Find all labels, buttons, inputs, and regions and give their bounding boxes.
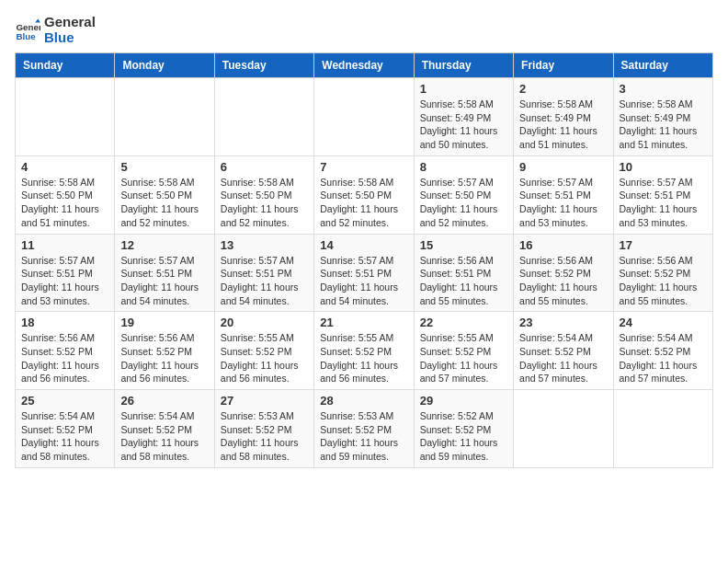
day-info: Sunrise: 5:54 AMSunset: 5:52 PMDaylight:… bbox=[519, 331, 607, 385]
calendar-cell: 27Sunrise: 5:53 AMSunset: 5:52 PMDayligh… bbox=[214, 390, 313, 468]
calendar-week-4: 18Sunrise: 5:56 AMSunset: 5:52 PMDayligh… bbox=[16, 312, 713, 390]
day-info: Sunrise: 5:57 AMSunset: 5:51 PMDaylight:… bbox=[221, 254, 308, 308]
calendar-week-5: 25Sunrise: 5:54 AMSunset: 5:52 PMDayligh… bbox=[16, 390, 713, 468]
day-number: 27 bbox=[221, 394, 308, 408]
calendar-cell: 17Sunrise: 5:56 AMSunset: 5:52 PMDayligh… bbox=[613, 234, 712, 312]
calendar-cell: 22Sunrise: 5:55 AMSunset: 5:52 PMDayligh… bbox=[414, 312, 513, 390]
day-number: 28 bbox=[320, 394, 407, 408]
day-number: 23 bbox=[519, 316, 607, 329]
page-header: General Blue General Blue bbox=[15, 15, 713, 45]
day-info: Sunrise: 5:58 AMSunset: 5:50 PMDaylight:… bbox=[221, 176, 308, 230]
day-number: 10 bbox=[620, 160, 707, 174]
column-header-friday: Friday bbox=[514, 53, 613, 78]
day-number: 17 bbox=[620, 238, 707, 252]
calendar-cell: 28Sunrise: 5:53 AMSunset: 5:52 PMDayligh… bbox=[314, 390, 414, 468]
calendar-cell: 23Sunrise: 5:54 AMSunset: 5:52 PMDayligh… bbox=[514, 312, 613, 390]
day-info: Sunrise: 5:56 AMSunset: 5:52 PMDaylight:… bbox=[21, 331, 108, 385]
day-number: 5 bbox=[120, 160, 208, 174]
calendar-cell: 12Sunrise: 5:57 AMSunset: 5:51 PMDayligh… bbox=[115, 234, 214, 312]
day-info: Sunrise: 5:58 AMSunset: 5:50 PMDaylight:… bbox=[21, 176, 108, 230]
calendar-cell: 18Sunrise: 5:56 AMSunset: 5:52 PMDayligh… bbox=[16, 312, 115, 390]
svg-text:Blue: Blue bbox=[16, 30, 36, 40]
day-number: 7 bbox=[320, 160, 407, 174]
day-number: 13 bbox=[221, 238, 308, 252]
column-header-monday: Monday bbox=[115, 53, 214, 78]
calendar-cell: 8Sunrise: 5:57 AMSunset: 5:50 PMDaylight… bbox=[414, 155, 513, 234]
day-number: 14 bbox=[320, 238, 407, 252]
day-number: 20 bbox=[221, 316, 308, 329]
logo-line2: Blue bbox=[44, 30, 96, 46]
day-info: Sunrise: 5:57 AMSunset: 5:50 PMDaylight:… bbox=[420, 176, 507, 230]
day-info: Sunrise: 5:58 AMSunset: 5:49 PMDaylight:… bbox=[620, 98, 707, 152]
calendar-header-row: SundayMondayTuesdayWednesdayThursdayFrid… bbox=[16, 53, 713, 78]
calendar-cell bbox=[16, 78, 115, 156]
calendar-cell: 6Sunrise: 5:58 AMSunset: 5:50 PMDaylight… bbox=[214, 155, 313, 234]
column-header-sunday: Sunday bbox=[16, 53, 115, 78]
day-number: 24 bbox=[620, 316, 707, 329]
day-info: Sunrise: 5:57 AMSunset: 5:51 PMDaylight:… bbox=[120, 254, 208, 308]
day-number: 11 bbox=[21, 238, 108, 252]
day-info: Sunrise: 5:54 AMSunset: 5:52 PMDaylight:… bbox=[21, 409, 108, 464]
day-info: Sunrise: 5:57 AMSunset: 5:51 PMDaylight:… bbox=[519, 176, 607, 230]
calendar-cell: 13Sunrise: 5:57 AMSunset: 5:51 PMDayligh… bbox=[214, 234, 313, 312]
calendar-cell: 2Sunrise: 5:58 AMSunset: 5:49 PMDaylight… bbox=[514, 78, 613, 156]
day-info: Sunrise: 5:54 AMSunset: 5:52 PMDaylight:… bbox=[120, 409, 208, 464]
calendar-cell: 24Sunrise: 5:54 AMSunset: 5:52 PMDayligh… bbox=[613, 312, 712, 390]
calendar-cell: 7Sunrise: 5:58 AMSunset: 5:50 PMDaylight… bbox=[314, 155, 414, 234]
calendar-cell: 16Sunrise: 5:56 AMSunset: 5:52 PMDayligh… bbox=[514, 234, 613, 312]
day-info: Sunrise: 5:56 AMSunset: 5:52 PMDaylight:… bbox=[120, 331, 208, 385]
day-info: Sunrise: 5:55 AMSunset: 5:52 PMDaylight:… bbox=[221, 331, 308, 385]
day-info: Sunrise: 5:57 AMSunset: 5:51 PMDaylight:… bbox=[620, 176, 707, 230]
calendar-cell: 3Sunrise: 5:58 AMSunset: 5:49 PMDaylight… bbox=[613, 78, 712, 156]
day-info: Sunrise: 5:54 AMSunset: 5:52 PMDaylight:… bbox=[620, 331, 707, 385]
day-info: Sunrise: 5:55 AMSunset: 5:52 PMDaylight:… bbox=[320, 331, 407, 385]
day-number: 16 bbox=[519, 238, 607, 252]
calendar-cell: 1Sunrise: 5:58 AMSunset: 5:49 PMDaylight… bbox=[414, 78, 513, 156]
calendar-cell: 14Sunrise: 5:57 AMSunset: 5:51 PMDayligh… bbox=[314, 234, 414, 312]
day-number: 26 bbox=[120, 394, 208, 408]
calendar-cell: 15Sunrise: 5:56 AMSunset: 5:51 PMDayligh… bbox=[414, 234, 513, 312]
day-number: 29 bbox=[420, 394, 507, 408]
day-info: Sunrise: 5:57 AMSunset: 5:51 PMDaylight:… bbox=[21, 254, 108, 308]
calendar-cell: 21Sunrise: 5:55 AMSunset: 5:52 PMDayligh… bbox=[314, 312, 414, 390]
day-number: 15 bbox=[420, 238, 507, 252]
day-info: Sunrise: 5:58 AMSunset: 5:50 PMDaylight:… bbox=[120, 176, 208, 230]
day-number: 12 bbox=[120, 238, 208, 252]
day-number: 21 bbox=[320, 316, 407, 329]
day-number: 1 bbox=[420, 82, 507, 96]
day-info: Sunrise: 5:57 AMSunset: 5:51 PMDaylight:… bbox=[320, 254, 407, 308]
calendar-cell: 4Sunrise: 5:58 AMSunset: 5:50 PMDaylight… bbox=[16, 155, 115, 234]
logo-icon: General Blue bbox=[15, 17, 40, 43]
calendar-week-2: 4Sunrise: 5:58 AMSunset: 5:50 PMDaylight… bbox=[16, 155, 713, 234]
day-number: 22 bbox=[420, 316, 507, 329]
column-header-tuesday: Tuesday bbox=[214, 53, 313, 78]
day-number: 4 bbox=[21, 160, 108, 174]
logo: General Blue General Blue bbox=[15, 15, 96, 45]
column-header-saturday: Saturday bbox=[613, 53, 712, 78]
day-info: Sunrise: 5:56 AMSunset: 5:51 PMDaylight:… bbox=[420, 254, 507, 308]
day-info: Sunrise: 5:56 AMSunset: 5:52 PMDaylight:… bbox=[519, 254, 607, 308]
day-number: 18 bbox=[21, 316, 108, 329]
calendar-cell: 19Sunrise: 5:56 AMSunset: 5:52 PMDayligh… bbox=[115, 312, 214, 390]
calendar-week-3: 11Sunrise: 5:57 AMSunset: 5:51 PMDayligh… bbox=[16, 234, 713, 312]
calendar-week-1: 1Sunrise: 5:58 AMSunset: 5:49 PMDaylight… bbox=[16, 78, 713, 156]
svg-marker-2 bbox=[35, 18, 40, 22]
calendar-cell bbox=[214, 78, 313, 156]
calendar-body: 1Sunrise: 5:58 AMSunset: 5:49 PMDaylight… bbox=[16, 78, 713, 468]
calendar-cell: 26Sunrise: 5:54 AMSunset: 5:52 PMDayligh… bbox=[115, 390, 214, 468]
calendar-cell: 5Sunrise: 5:58 AMSunset: 5:50 PMDaylight… bbox=[115, 155, 214, 234]
day-number: 8 bbox=[420, 160, 507, 174]
day-info: Sunrise: 5:52 AMSunset: 5:52 PMDaylight:… bbox=[420, 409, 507, 464]
calendar-table: SundayMondayTuesdayWednesdayThursdayFrid… bbox=[15, 52, 713, 468]
calendar-cell bbox=[613, 390, 712, 468]
calendar-cell bbox=[115, 78, 214, 156]
column-header-thursday: Thursday bbox=[414, 53, 513, 78]
day-number: 3 bbox=[620, 82, 707, 96]
logo-line1: General bbox=[44, 15, 96, 30]
calendar-cell bbox=[514, 390, 613, 468]
day-info: Sunrise: 5:56 AMSunset: 5:52 PMDaylight:… bbox=[620, 254, 707, 308]
calendar-cell bbox=[314, 78, 414, 156]
day-number: 2 bbox=[519, 82, 607, 96]
day-info: Sunrise: 5:53 AMSunset: 5:52 PMDaylight:… bbox=[320, 409, 407, 464]
calendar-cell: 20Sunrise: 5:55 AMSunset: 5:52 PMDayligh… bbox=[214, 312, 313, 390]
